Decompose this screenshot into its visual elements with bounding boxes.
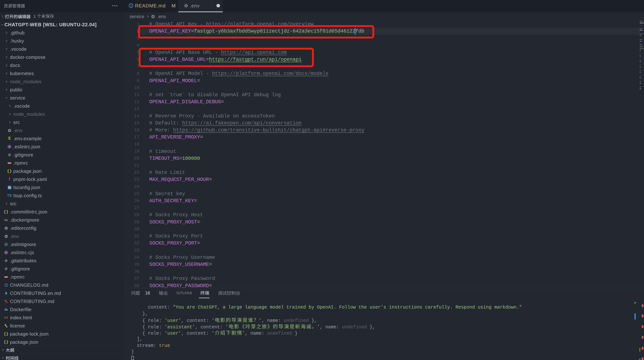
svg-text:TS: TS <box>8 186 11 189</box>
svg-text:npm: npm <box>8 162 11 164</box>
svg-text:npm: npm <box>4 276 8 278</box>
